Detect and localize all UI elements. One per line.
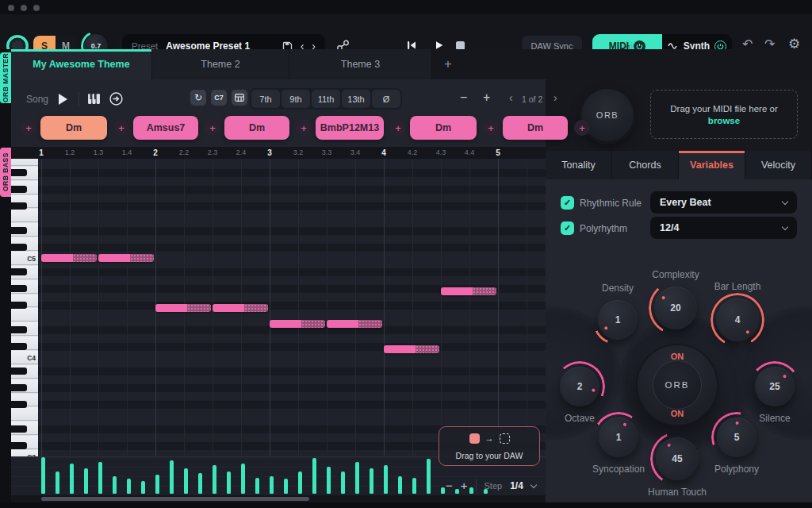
velocity-bar[interactable] [70,464,74,494]
prev-page-button[interactable]: ‹ [509,91,513,104]
black-key[interactable] [11,425,27,433]
velocity-bar[interactable] [312,458,316,494]
black-key[interactable] [11,186,27,193]
extension-chip-13th[interactable]: 13th [342,90,370,108]
velocity-bar[interactable] [355,462,359,494]
export-arrow-icon[interactable] [109,92,123,106]
zoom-in-button[interactable]: + [483,90,490,105]
velocity-bar[interactable] [270,476,274,494]
theme-tab-1[interactable]: My Awesome Theme [11,49,152,79]
velocity-bar[interactable] [56,471,59,494]
black-key[interactable] [11,326,27,333]
velocity-bar[interactable] [227,471,231,494]
checkbox-2[interactable]: ✓ [561,221,574,235]
white-key[interactable] [11,159,38,166]
panel-tab-velocity[interactable]: Velocity [745,151,812,179]
chord-chip-6[interactable]: Dm [503,116,568,140]
step-value[interactable]: 1/4 [510,480,523,491]
midi-note-2[interactable] [98,254,154,262]
velocity-bar[interactable] [155,475,159,494]
panel-tab-tonality[interactable]: Tonality [546,151,612,179]
step-plus-button[interactable]: + [461,479,468,492]
tab-orb-master[interactable]: ORB MASTER [0,52,11,103]
knob-complexity[interactable]: 20 [654,287,697,329]
velocity-bar[interactable] [370,468,373,494]
chord-chip-1[interactable]: Dm [40,116,107,140]
extension-chip-ø[interactable]: Ø [372,90,400,108]
add-theme-button[interactable]: + [432,49,464,79]
velocity-bar[interactable] [84,468,88,494]
velocity-bar[interactable] [113,476,117,494]
velocity-bar[interactable] [127,479,131,494]
add-chord-button[interactable]: + [205,120,220,136]
velocity-bar[interactable] [298,471,302,494]
velocity-bar[interactable] [213,465,216,494]
white-key[interactable] [11,308,38,321]
black-key[interactable] [11,169,27,176]
rule-dropdown[interactable]: 12/4 [650,217,797,239]
knob-human-touch[interactable]: 45 [656,437,699,480]
chord-chip-4[interactable]: BmbP12M13 [316,116,384,140]
song-play-button[interactable] [59,94,67,105]
knob-polyphony[interactable]: 5 [717,418,756,457]
velocity-bar[interactable] [170,460,174,494]
midi-note-3[interactable] [155,304,211,312]
piano-icon[interactable] [87,92,101,106]
midi-note-5[interactable] [270,320,325,328]
add-chord-button[interactable]: + [390,120,406,136]
velocity-bar[interactable] [427,459,431,494]
panel-tab-chords[interactable]: Chords [612,151,679,179]
velocity-bar[interactable] [98,462,102,494]
midi-note-4[interactable] [213,304,268,312]
add-chord-button[interactable]: + [113,120,129,136]
extension-chip-11th[interactable]: 11th [312,90,340,108]
knob-density[interactable]: 1 [598,300,638,340]
browse-link[interactable]: browse [708,116,740,125]
regenerate-icon[interactable]: ↻ [190,90,206,106]
velocity-bar[interactable] [284,479,288,494]
midi-note-8[interactable] [441,287,496,295]
velocity-bar[interactable] [255,478,259,494]
panel-tab-variables[interactable]: Variables [679,151,745,179]
black-key[interactable] [11,401,27,408]
midi-dropzone[interactable]: Drag your MIDI file here or browse [650,90,798,139]
black-key[interactable] [11,368,27,375]
black-key[interactable] [11,244,27,251]
timeline-ruler[interactable]: 11.21.31.422.22.32.433.23.33.444.24.34.4… [11,147,546,159]
knob-octave[interactable]: 2 [560,367,599,406]
add-chord-button[interactable]: + [574,120,590,136]
white-key[interactable] [11,407,38,421]
velocity-bar[interactable] [141,481,145,494]
window-minimize-button[interactable] [21,5,27,11]
white-key[interactable] [11,209,38,222]
black-key[interactable] [11,202,27,210]
velocity-bar[interactable] [184,468,188,494]
window-zoom-button[interactable] [33,5,40,11]
velocity-bar[interactable] [341,471,345,494]
add-chord-button[interactable]: + [296,120,312,136]
extension-chip-9th[interactable]: 9th [282,90,310,108]
velocity-bar[interactable] [327,467,331,494]
zoom-out-button[interactable]: − [460,90,467,105]
knob-syncopation[interactable]: 1 [599,418,638,457]
midi-note-6[interactable] [327,320,382,328]
add-chord-button[interactable]: + [483,120,499,136]
velocity-bar[interactable] [441,487,445,494]
drag-to-daw-box[interactable]: → Drag to your DAW [439,426,540,466]
black-key[interactable] [11,442,27,449]
orb-bottom-on-button[interactable]: ON [638,409,717,418]
black-key[interactable] [11,227,27,234]
black-key[interactable] [11,384,27,391]
theme-tab-2[interactable]: Theme 2 [152,49,289,79]
black-key[interactable] [11,268,27,275]
black-key[interactable] [11,285,27,292]
velocity-bar[interactable] [398,476,402,494]
theme-tab-3[interactable]: Theme 3 [289,49,432,79]
grid-view-icon[interactable] [232,90,247,106]
piano-roll-grid[interactable] [38,159,546,456]
black-key[interactable] [11,343,27,350]
chord-symbol-icon[interactable]: C7 [211,90,227,106]
knob-silence[interactable]: 25 [755,367,795,406]
window-close-button[interactable] [8,5,14,11]
checkbox-1[interactable]: ✓ [561,196,574,210]
